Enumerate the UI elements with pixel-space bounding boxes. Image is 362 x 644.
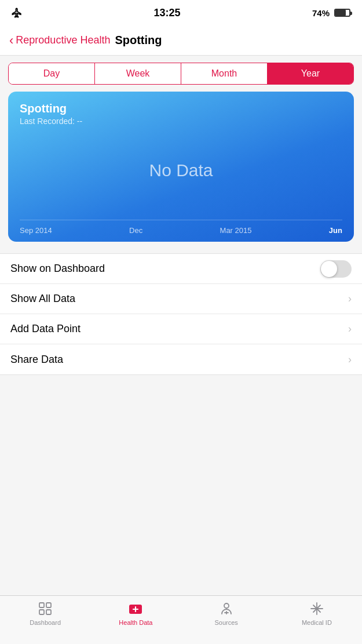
add-data-label: Add Data Point xyxy=(10,323,81,335)
battery-percent: 74% xyxy=(312,8,330,18)
tab-health-data-label: Health Data xyxy=(119,619,152,626)
chevron-right-icon-share: › xyxy=(348,354,352,366)
tab-sources[interactable]: Sources xyxy=(181,601,272,626)
battery-fill xyxy=(335,10,346,16)
chart-no-data: No Data xyxy=(20,126,342,215)
toggle-thumb xyxy=(321,261,337,277)
all-data-label: Show All Data xyxy=(10,293,75,305)
page-title: Spotting xyxy=(115,34,162,47)
list-section: Show on Dashboard Show All Data › Add Da… xyxy=(0,253,362,375)
x-label-1: Dec xyxy=(129,226,142,235)
list-row-add-data[interactable]: Add Data Point › xyxy=(0,314,362,344)
share-data-right: › xyxy=(348,354,352,366)
x-label-2: Mar 2015 xyxy=(220,226,252,235)
airplane-mode-icon xyxy=(12,8,22,18)
dashboard-tab-icon xyxy=(37,601,53,617)
chevron-right-icon-add: › xyxy=(348,323,352,335)
back-chevron-icon: ‹ xyxy=(9,34,13,47)
svg-rect-1 xyxy=(46,603,51,607)
sources-tab-icon xyxy=(218,601,235,617)
dashboard-toggle[interactable] xyxy=(320,260,352,278)
x-label-3: Jun xyxy=(329,226,342,235)
chart-subtitle: Last Recorded: -- xyxy=(20,117,342,126)
list-row-all-data[interactable]: Show All Data › xyxy=(0,284,362,314)
tab-dashboard-label: Dashboard xyxy=(30,619,61,626)
svg-rect-0 xyxy=(39,603,44,607)
dashboard-label: Show on Dashboard xyxy=(10,263,105,275)
nav-bar: ‹ Reproductive Health Spotting xyxy=(0,26,362,56)
list-row-dashboard[interactable]: Show on Dashboard xyxy=(0,254,362,284)
segment-day[interactable]: Day xyxy=(9,63,95,84)
chevron-right-icon: › xyxy=(348,293,352,305)
back-label: Reproductive Health xyxy=(16,34,110,46)
all-data-right: › xyxy=(348,293,352,305)
list-row-share-data[interactable]: Share Data › xyxy=(0,344,362,374)
health-data-tab-icon xyxy=(127,601,144,617)
dashboard-toggle-container xyxy=(320,260,352,278)
add-data-right: › xyxy=(348,323,352,335)
back-button[interactable]: ‹ Reproductive Health xyxy=(9,34,110,47)
share-data-label: Share Data xyxy=(10,354,63,366)
battery-icon xyxy=(334,9,350,17)
tab-dashboard[interactable]: Dashboard xyxy=(0,601,90,626)
status-time: 13:25 xyxy=(153,7,180,19)
chart-card: Spotting Last Recorded: -- No Data Sep 2… xyxy=(8,92,354,242)
tab-sources-label: Sources xyxy=(214,619,237,626)
segment-control: Day Week Month Year xyxy=(8,63,354,85)
chart-title: Spotting xyxy=(20,102,342,115)
tab-medical-id[interactable]: Medical ID xyxy=(272,601,362,626)
segment-month[interactable]: Month xyxy=(181,63,268,84)
tab-medical-id-label: Medical ID xyxy=(302,619,332,626)
medical-id-tab-icon xyxy=(309,601,325,617)
segment-year[interactable]: Year xyxy=(268,63,353,84)
svg-rect-3 xyxy=(46,610,51,614)
tab-health-data[interactable]: Health Data xyxy=(90,601,181,626)
segment-week[interactable]: Week xyxy=(95,63,181,84)
status-right: 74% xyxy=(312,8,350,18)
svg-rect-2 xyxy=(39,610,44,614)
tab-bar: Dashboard Health Data Sources xyxy=(0,595,362,644)
svg-point-5 xyxy=(224,603,229,608)
status-bar: 13:25 74% xyxy=(0,0,362,26)
x-label-0: Sep 2014 xyxy=(20,226,52,235)
chart-x-axis: Sep 2014 Dec Mar 2015 Jun xyxy=(20,220,342,242)
